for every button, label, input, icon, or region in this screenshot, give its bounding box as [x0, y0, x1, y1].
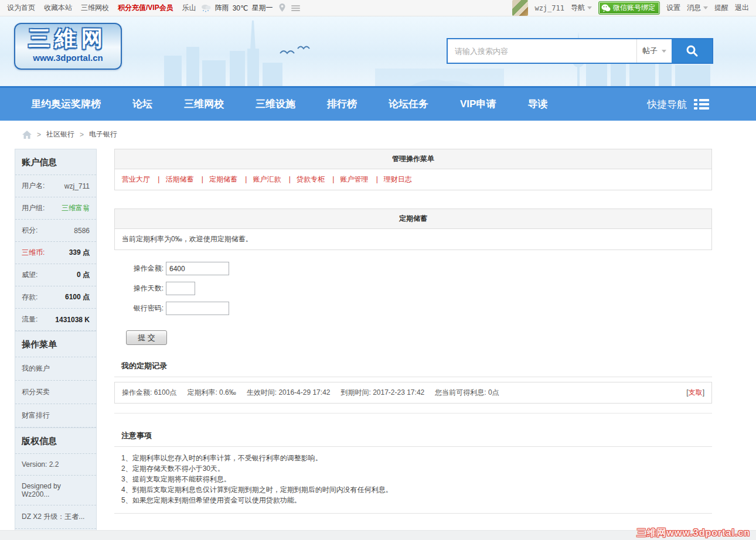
- account-row-coins: 三维币: 339 点: [15, 242, 96, 264]
- vip-recharge-link[interactable]: 积分充值/VIP会员: [118, 3, 173, 13]
- temperature-label: 30℃: [233, 4, 248, 12]
- copyright-designer[interactable]: Designed by Wz200...: [15, 476, 96, 505]
- topbar: 设为首页 收藏本站 三维网校 积分充值/VIP会员 乐山 阵雨 30℃ 星期一 …: [0, 0, 756, 16]
- sidebar-item-my-account[interactable]: 我的账户: [15, 357, 96, 381]
- user-nav-dropdown[interactable]: 导航: [571, 3, 592, 13]
- account-row-traffic: 流量: 1431038 K: [15, 309, 96, 331]
- bank-password-field[interactable]: [166, 302, 229, 315]
- records-title: 我的定期记录: [114, 354, 712, 377]
- link-loan-counter[interactable]: 贷款专柜: [283, 175, 325, 183]
- main-nav: 里约奥运奖牌榜 论坛 三维网校 三维设施 排行榜 论坛任务 VIP申请 导读 快…: [0, 88, 756, 121]
- nav-item-olympics[interactable]: 里约奥运奖牌榜: [15, 88, 117, 121]
- manage-menu-header: 管理操作菜单: [115, 149, 711, 169]
- favorite-link[interactable]: 收藏本站: [44, 3, 72, 13]
- breadcrumb-community-bank[interactable]: 社区银行: [46, 129, 74, 139]
- copyright-version: Version: 2.2: [15, 454, 96, 476]
- city-label: 乐山: [182, 3, 196, 13]
- notes-list: 1、定期利率以您存入时的利率计算，不受银行利率的调整影响。 2、定期存储天数不得…: [114, 447, 712, 514]
- topbar-left: 设为首页 收藏本站 三维网校 积分充值/VIP会员 乐山 阵雨 30℃ 星期一: [7, 3, 300, 13]
- search-input[interactable]: [448, 39, 636, 63]
- logo-url: www.3dportal.cn: [15, 52, 121, 64]
- amount-label: 操作金额:: [126, 264, 164, 274]
- copyright-title: 版权信息: [15, 428, 96, 454]
- chevron-down-icon: [662, 50, 666, 53]
- copyright-dzx2[interactable]: DZ X2 升级：王者...: [15, 505, 96, 529]
- link-finance-log[interactable]: 理财日志: [370, 175, 412, 183]
- amount-field[interactable]: [166, 262, 229, 275]
- nav-item-tasks[interactable]: 论坛任务: [373, 88, 444, 121]
- amount-row: 操作金额:: [126, 262, 712, 275]
- quick-nav-list-icon: [694, 98, 709, 110]
- notes-title: 注意事项: [114, 425, 712, 447]
- days-field[interactable]: [166, 282, 195, 295]
- record-start-time: 生效时间: 2016-4-29 17:42: [247, 388, 331, 398]
- account-info-title: 账户信息: [15, 149, 96, 175]
- account-info-section: 账户信息 用户名: wzj_711 用户组: 三维富翁 积分: 8586 三维币…: [15, 149, 96, 331]
- site-logo[interactable]: 三維网 www.3dportal.cn: [14, 23, 122, 70]
- account-row-points: 积分: 8586: [15, 220, 96, 242]
- password-label: 银行密码:: [126, 303, 164, 313]
- link-account-manage[interactable]: 账户管理: [326, 175, 368, 183]
- sidebar-item-wealth-ranking[interactable]: 财富排行: [15, 404, 96, 428]
- operation-menu-title: 操作菜单: [15, 331, 96, 357]
- breadcrumb-separator: [37, 131, 41, 139]
- manage-menu-links: 营业大厅 活期储蓄 定期储蓄 账户汇款 贷款专柜 账户管理 理财日志: [115, 169, 711, 190]
- wechat-bind-button[interactable]: 微信账号绑定: [598, 1, 660, 15]
- sidebar: 账户信息 用户名: wzj_711 用户组: 三维富翁 积分: 8586 三维币…: [15, 149, 97, 540]
- settings-link[interactable]: 设置: [666, 3, 680, 13]
- username-label[interactable]: wzj_711: [534, 4, 564, 12]
- topbar-menu-icon[interactable]: [291, 4, 300, 12]
- school-link[interactable]: 三维网校: [81, 3, 109, 13]
- search-type-select[interactable]: 帖子: [636, 39, 672, 63]
- link-account-transfer[interactable]: 账户汇款: [239, 175, 281, 183]
- main-panel: 管理操作菜单 营业大厅 活期储蓄 定期储蓄 账户汇款 贷款专柜 账户管理 理财日…: [114, 149, 712, 540]
- submit-button[interactable]: 提 交: [126, 330, 167, 345]
- note-item: 1、定期利率以您存入时的利率计算，不受银行利率的调整影响。: [121, 453, 705, 463]
- sidebar-item-points-trade[interactable]: 积分买卖: [15, 381, 96, 404]
- record-amount: 操作金额: 6100点: [122, 388, 176, 398]
- notes-section: 注意事项 1、定期利率以您存入时的利率计算，不受银行利率的调整影响。 2、定期存…: [114, 425, 712, 514]
- link-business-hall[interactable]: 营业大厅: [122, 175, 150, 183]
- days-row: 操作天数:: [126, 282, 712, 295]
- nav-item-facilities[interactable]: 三维设施: [240, 88, 311, 121]
- cloud-rain-icon: [200, 4, 212, 12]
- breadcrumb-ebank: 电子银行: [89, 129, 117, 139]
- fixed-deposit-header: 定期储蓄: [115, 209, 711, 229]
- breadcrumb: 社区银行 电子银行: [0, 121, 756, 146]
- user-avatar[interactable]: [512, 0, 528, 16]
- record-rate: 定期利率: 0.6‰: [187, 388, 236, 398]
- home-icon[interactable]: [22, 131, 32, 139]
- logout-link[interactable]: 退出: [735, 3, 749, 13]
- record-end-time: 到期时间: 2017-2-23 17:42: [340, 388, 424, 398]
- link-current-savings[interactable]: 活期储蓄: [152, 175, 193, 183]
- account-row-deposit: 存款: 6100 点: [15, 286, 96, 309]
- nav-item-forum[interactable]: 论坛: [117, 88, 168, 121]
- nav-item-guide[interactable]: 导读: [512, 88, 563, 121]
- chevron-down-icon: [703, 6, 708, 9]
- manage-menu-panel: 管理操作菜单 营业大厅 活期储蓄 定期储蓄 账户汇款 贷款专柜 账户管理 理财日…: [114, 149, 712, 190]
- quick-nav-button[interactable]: 快捷导航: [647, 98, 709, 111]
- footer-watermark: 三维网www.3dportal.cn: [637, 527, 750, 539]
- weather-widget: 乐山 阵雨 30℃ 星期一: [182, 3, 273, 13]
- note-item: 3、提前支取定期将不能获得利息。: [121, 474, 705, 484]
- account-row-username: 用户名: wzj_711: [15, 175, 96, 197]
- fixed-deposit-panel: 定期储蓄 当前定期利率为0‰，欢迎使用定期储蓄。: [114, 209, 712, 250]
- note-item: 5、如果您定期未到期但希望使用资金可以使用贷款功能。: [121, 495, 705, 505]
- alerts-link[interactable]: 提醒: [714, 3, 728, 13]
- site-banner: 三維网 www.3dportal.cn 帖子: [0, 16, 756, 88]
- withdraw-link[interactable]: 支取: [686, 388, 704, 398]
- nav-item-school[interactable]: 三维网校: [168, 88, 240, 121]
- set-home-link[interactable]: 设为首页: [7, 3, 35, 13]
- location-pin-icon[interactable]: [279, 4, 285, 12]
- nav-item-ranking[interactable]: 排行榜: [311, 88, 373, 121]
- logo-title: 三維网: [15, 25, 121, 52]
- rate-notice: 当前定期利率为0‰，欢迎使用定期储蓄。: [115, 229, 711, 250]
- search-button[interactable]: [672, 39, 712, 63]
- search-bar: 帖子: [447, 38, 713, 64]
- weekday-label: 星期一: [252, 3, 273, 13]
- nav-item-vip[interactable]: VIP申请: [444, 88, 512, 121]
- messages-dropdown[interactable]: 消息: [687, 3, 708, 13]
- days-label: 操作天数:: [126, 283, 164, 293]
- breadcrumb-separator: [80, 131, 84, 139]
- link-fixed-savings[interactable]: 定期储蓄: [196, 175, 237, 183]
